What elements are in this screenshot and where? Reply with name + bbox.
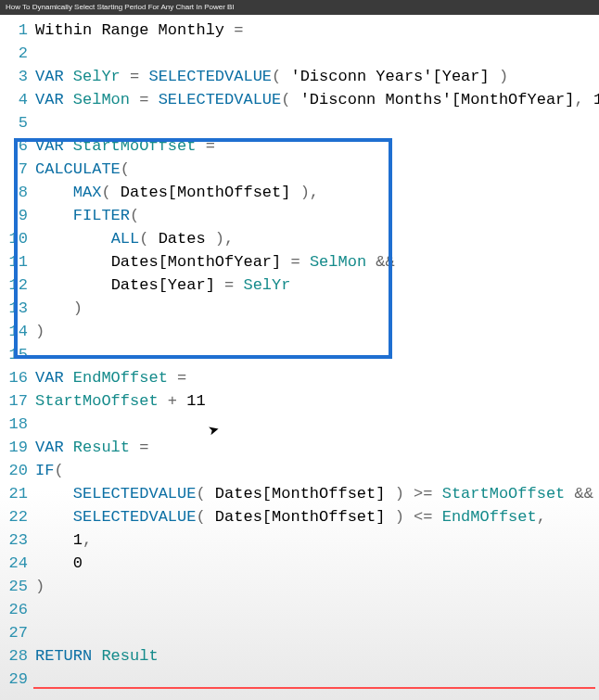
- literal-one: 1: [593, 91, 599, 108]
- fn-if: IF: [35, 462, 54, 479]
- code-line[interactable]: 11 Dates[MonthOfYear] = SelMon &&: [0, 250, 599, 274]
- line-number: 7: [0, 158, 35, 181]
- col-ref: Dates[MonthOffset]: [215, 485, 386, 503]
- code-line[interactable]: 12 Dates[Year] = SelYr: [0, 274, 599, 297]
- kw-var: VAR: [35, 68, 64, 85]
- line-number: 24: [0, 552, 35, 575]
- code-line[interactable]: 24 0: [0, 552, 599, 575]
- fn-selectedvalue: SELECTEDVALUE: [159, 91, 282, 108]
- op-and: &&: [376, 253, 394, 271]
- fn-selectedvalue: SELECTEDVALUE: [73, 485, 197, 503]
- code-line[interactable]: 17 StartMoOffset + 11: [0, 389, 599, 413]
- code-line[interactable]: 27: [0, 621, 599, 644]
- line-number: 10: [0, 227, 35, 250]
- fn-filter: FILTER: [73, 207, 130, 224]
- fn-all: ALL: [111, 230, 140, 248]
- op-gte: >=: [414, 485, 432, 503]
- line-number: 19: [0, 436, 35, 459]
- var-selyr: SelYr: [73, 68, 121, 85]
- line-number: 6: [0, 134, 35, 158]
- fn-selectedvalue: SELECTEDVALUE: [148, 68, 272, 85]
- code-line[interactable]: 1 Within Range Monthly =: [0, 19, 599, 42]
- var-result: Result: [73, 439, 130, 456]
- fn-selectedvalue: SELECTEDVALUE: [73, 508, 197, 526]
- code-line[interactable]: 5: [0, 111, 599, 134]
- var-ref-selmon: SelMon: [310, 253, 366, 271]
- line-number: 15: [0, 343, 35, 366]
- code-line[interactable]: 13 ): [0, 297, 599, 320]
- kw-var: VAR: [35, 137, 64, 155]
- code-line[interactable]: 9 FILTER(: [0, 204, 599, 227]
- col-ref: 'Disconn Months'[MonthOfYear]: [300, 91, 575, 108]
- line-number: 27: [0, 621, 35, 644]
- var-selmon: SelMon: [73, 91, 130, 108]
- code-line[interactable]: 6 VAR StartMoOffset =: [0, 134, 599, 158]
- code-line[interactable]: 20 IF(: [0, 459, 599, 482]
- col-ref: Dates[Year]: [111, 276, 215, 294]
- window-title-text: How To Dynamically Select Starting Perio…: [6, 3, 235, 11]
- tbl-ref: Dates: [159, 230, 206, 248]
- line-number: 20: [0, 459, 35, 482]
- code-line[interactable]: 2: [0, 42, 599, 65]
- progress-bar-icon: [33, 687, 595, 689]
- code-line[interactable]: 7 CALCULATE(: [0, 158, 599, 181]
- code-line[interactable]: 21 SELECTEDVALUE( Dates[MonthOffset] ) >…: [0, 482, 599, 505]
- line-number: 12: [0, 274, 35, 297]
- code-line[interactable]: 23 1,: [0, 528, 599, 552]
- code-line[interactable]: 3 VAR SelYr = SELECTEDVALUE( 'Disconn Ye…: [0, 65, 599, 88]
- line-number: 9: [0, 204, 35, 227]
- line-number: 18: [0, 413, 35, 436]
- line-number: 29: [0, 668, 35, 691]
- var-ref-endmoffset: EndMOffset: [442, 508, 537, 526]
- line-number: 3: [0, 65, 35, 88]
- code-line[interactable]: 14 ): [0, 320, 599, 343]
- code-line[interactable]: 18: [0, 413, 599, 436]
- code-line[interactable]: 26: [0, 598, 599, 621]
- code-line[interactable]: 19 VAR Result =: [0, 436, 599, 459]
- line-number: 28: [0, 644, 35, 668]
- line-number: 21: [0, 482, 35, 505]
- line-number: 13: [0, 297, 35, 320]
- line-number: 2: [0, 42, 35, 65]
- op-and: &&: [575, 485, 593, 503]
- code-line[interactable]: 28 RETURN Result: [0, 644, 599, 668]
- literal-eleven: 11: [186, 392, 205, 410]
- line-number: 1: [0, 19, 35, 42]
- line-number: 16: [0, 366, 35, 389]
- var-ref-startmooffset: StartMoOffset: [35, 392, 159, 410]
- window-title-bar: How To Dynamically Select Starting Perio…: [0, 0, 599, 15]
- fn-max: MAX: [73, 184, 102, 201]
- code-line[interactable]: 15: [0, 343, 599, 366]
- op-lte: <=: [414, 508, 432, 526]
- line-number: 17: [0, 389, 35, 413]
- col-ref: Dates[MonthOffset]: [215, 508, 386, 526]
- code-line[interactable]: 16 VAR EndMOffset =: [0, 366, 599, 389]
- code-line[interactable]: 22 SELECTEDVALUE( Dates[MonthOffset] ) <…: [0, 505, 599, 528]
- kw-var: VAR: [35, 369, 64, 387]
- col-ref: 'Disconn Years'[Year]: [290, 68, 489, 85]
- measure-name: Within Range Monthly: [35, 21, 224, 39]
- line-number: 14: [0, 320, 35, 343]
- kw-return: RETURN: [35, 647, 92, 665]
- dax-editor[interactable]: ➤ 1 Within Range Monthly = 2 3 VAR SelYr…: [0, 15, 599, 691]
- var-ref-result: Result: [101, 647, 158, 665]
- code-line[interactable]: 8 MAX( Dates[MonthOffset] ),: [0, 181, 599, 204]
- code-line[interactable]: 25 ): [0, 575, 599, 598]
- code-line[interactable]: 4 VAR SelMon = SELECTEDVALUE( 'Disconn M…: [0, 88, 599, 111]
- line-number: 4: [0, 88, 35, 111]
- line-number: 23: [0, 528, 35, 552]
- line-number: 22: [0, 505, 35, 528]
- line-number: 11: [0, 250, 35, 274]
- line-number: 5: [0, 111, 35, 134]
- col-ref: Dates[MonthOfYear]: [111, 253, 282, 271]
- var-endmoffset: EndMOffset: [73, 369, 168, 387]
- var-startmooffset: StartMoOffset: [73, 137, 197, 155]
- literal-zero: 0: [73, 554, 83, 572]
- line-number: 26: [0, 598, 35, 621]
- line-number: 8: [0, 181, 35, 204]
- op-equals: =: [224, 21, 243, 39]
- literal-one: 1: [73, 531, 83, 549]
- code-line[interactable]: 29: [0, 668, 599, 691]
- fn-calculate: CALCULATE: [35, 160, 121, 178]
- code-line[interactable]: 10 ALL( Dates ),: [0, 227, 599, 250]
